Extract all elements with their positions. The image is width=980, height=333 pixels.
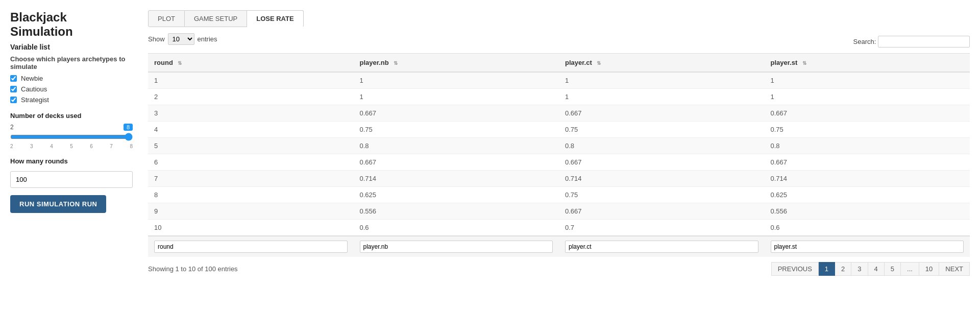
cell-round: 9	[148, 203, 354, 220]
cell-player_ct: 0.667	[559, 105, 765, 122]
table-row: 1111	[148, 72, 970, 89]
cell-player_ct: 0.714	[559, 171, 765, 187]
sort-icon-st: ⇅	[802, 60, 806, 66]
deck-value-badge: 8	[124, 124, 133, 131]
footer-round	[148, 236, 354, 257]
table-row: 80.6250.750.625	[148, 187, 970, 203]
cell-player_nb: 1	[354, 72, 559, 89]
cell-round: 8	[148, 187, 354, 203]
archetype-cautious: Cautious	[10, 85, 133, 93]
tab-plot[interactable]: PLOT	[148, 10, 185, 27]
archetype-newbie: Newbie	[10, 75, 133, 82]
table-row: 90.5560.6670.556	[148, 203, 970, 220]
cell-round: 7	[148, 171, 354, 187]
archetype-checkbox-newbie[interactable]	[10, 75, 17, 82]
archetype-label-cautious: Cautious	[21, 85, 47, 93]
archetype-strategist: Strategist	[10, 96, 133, 104]
search-label: Search:	[853, 38, 876, 45]
footer-nb	[354, 236, 559, 257]
page-5-button[interactable]: 5	[885, 262, 901, 276]
deck-slider-container: 2 3 4 5 6 7 8	[10, 133, 133, 149]
col-round[interactable]: round ⇅	[148, 54, 354, 73]
pagination-row: Showing 1 to 10 of 100 entries PREVIOUS …	[148, 262, 970, 276]
footer-st-input[interactable]	[771, 241, 964, 253]
sort-icon-nb: ⇅	[394, 60, 398, 66]
page-dots: ...	[901, 262, 919, 276]
cell-player_nb: 1	[354, 89, 559, 105]
sort-icon-round: ⇅	[178, 60, 182, 66]
tab-game-setup[interactable]: GAME SETUP	[185, 10, 247, 27]
cell-player_nb: 0.6	[354, 220, 559, 236]
footer-nb-input[interactable]	[360, 241, 553, 253]
col-player-nb[interactable]: player.nb ⇅	[354, 54, 559, 73]
deck-range-display: 2 8	[10, 124, 133, 131]
archetype-label-newbie: Newbie	[21, 75, 43, 82]
archetypes-list: NewbieCautiousStrategist	[10, 75, 133, 104]
archetype-checkbox-cautious[interactable]	[10, 86, 17, 92]
page-2-button[interactable]: 2	[835, 262, 851, 276]
table-row: 2111	[148, 89, 970, 105]
cell-player_ct: 0.7	[559, 220, 765, 236]
cell-player_ct: 0.75	[559, 122, 765, 138]
cell-player_nb: 0.667	[354, 105, 559, 122]
cell-player_ct: 1	[559, 89, 765, 105]
page-10-button[interactable]: 10	[919, 262, 939, 276]
sort-icon-ct: ⇅	[597, 60, 601, 66]
cell-player_st: 0.75	[765, 122, 970, 138]
next-button[interactable]: NEXT	[939, 262, 970, 276]
archetype-label-strategist: Strategist	[21, 96, 49, 104]
cell-player_st: 0.6	[765, 220, 970, 236]
footer-st	[765, 236, 970, 257]
cell-round: 10	[148, 220, 354, 236]
tab-lose-rate[interactable]: LOSE RATE	[247, 10, 303, 27]
cell-round: 2	[148, 89, 354, 105]
table-footer-row	[148, 236, 970, 257]
cell-player_st: 0.667	[765, 105, 970, 122]
page-3-button[interactable]: 3	[851, 262, 868, 276]
archetype-label: Choose which players archetypes to simul…	[10, 55, 133, 70]
sidebar: Blackjack Simulation Variable list Choos…	[10, 10, 143, 213]
cell-player_st: 0.714	[765, 171, 970, 187]
page-4-button[interactable]: 4	[868, 262, 885, 276]
cell-round: 3	[148, 105, 354, 122]
table-head: round ⇅ player.nb ⇅ player.ct ⇅ player.s…	[148, 54, 970, 73]
deck-slider[interactable]	[10, 133, 133, 141]
prev-button[interactable]: PREVIOUS	[771, 262, 819, 276]
footer-ct-input[interactable]	[565, 241, 758, 253]
search-input[interactable]	[878, 36, 970, 47]
table-row: 60.6670.6670.667	[148, 154, 970, 171]
app-title: Blackjack Simulation	[10, 10, 133, 39]
deck-label: Number of decks used	[10, 112, 133, 120]
cell-player_st: 0.667	[765, 154, 970, 171]
cell-round: 5	[148, 138, 354, 154]
cell-player_st: 1	[765, 72, 970, 89]
table-row: 30.6670.6670.667	[148, 105, 970, 122]
show-entries-row: Show 10 25 50 100 entries	[148, 33, 217, 45]
deck-min-label: 2	[10, 124, 14, 131]
show-select[interactable]: 10 25 50 100	[168, 33, 194, 45]
table-body: 1111211130.6670.6670.66740.750.750.7550.…	[148, 72, 970, 236]
cell-round: 4	[148, 122, 354, 138]
run-simulation-button[interactable]: RUN SIMULATION RUN	[10, 195, 106, 213]
main-content: PLOT GAME SETUP LOSE RATE Show 10 25 50 …	[148, 10, 970, 276]
cell-player_nb: 0.714	[354, 171, 559, 187]
col-player-ct[interactable]: player.ct ⇅	[559, 54, 765, 73]
cell-player_st: 0.625	[765, 187, 970, 203]
variable-list-label: Variable list	[10, 43, 133, 51]
col-player-st[interactable]: player.st ⇅	[765, 54, 970, 73]
cell-round: 6	[148, 154, 354, 171]
cell-player_st: 0.556	[765, 203, 970, 220]
archetype-checkbox-strategist[interactable]	[10, 97, 17, 103]
cell-round: 1	[148, 72, 354, 89]
cell-player_ct: 0.667	[559, 203, 765, 220]
rounds-input[interactable]	[10, 171, 133, 188]
cell-player_ct: 0.75	[559, 187, 765, 203]
table-row: 50.80.80.8	[148, 138, 970, 154]
footer-round-input[interactable]	[154, 241, 348, 253]
table-header-row: round ⇅ player.nb ⇅ player.ct ⇅ player.s…	[148, 54, 970, 73]
deck-tick-labels: 2 3 4 5 6 7 8	[10, 144, 133, 149]
entries-label: entries	[198, 35, 217, 43]
table-controls: Show 10 25 50 100 entries Search:	[148, 33, 970, 50]
page-1-button[interactable]: 1	[819, 262, 835, 276]
cell-player_st: 1	[765, 89, 970, 105]
